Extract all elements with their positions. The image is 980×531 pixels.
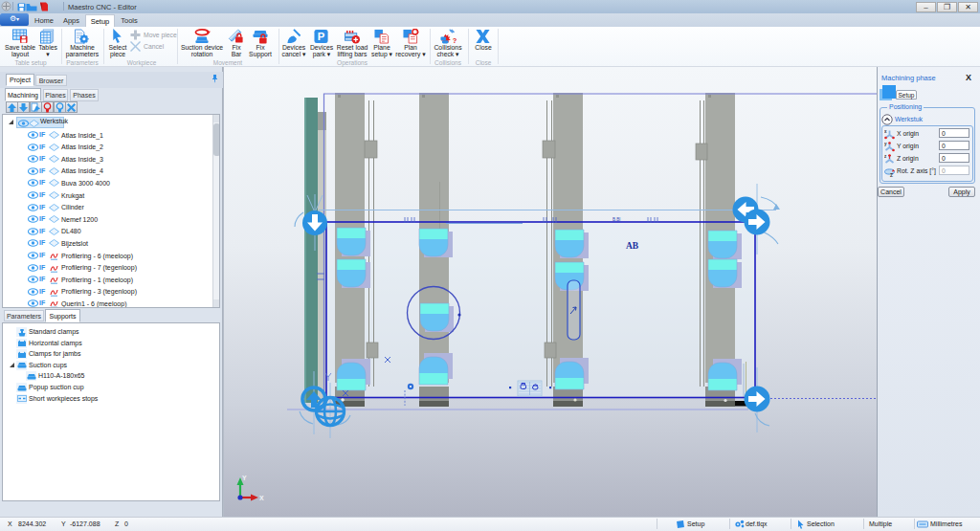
svg-text:z: z [884, 154, 887, 159]
svg-text:B.Bl: B.Bl [612, 217, 620, 222]
svg-text:P: P [318, 31, 325, 42]
svg-text:y: y [884, 142, 887, 146]
svg-text:?: ? [453, 36, 457, 44]
svg-text:AB: AB [626, 241, 639, 251]
svg-text:Y: Y [242, 475, 247, 481]
svg-text:Z: Z [890, 171, 893, 177]
svg-text:X: X [259, 495, 264, 501]
svg-text:x: x [884, 129, 887, 134]
